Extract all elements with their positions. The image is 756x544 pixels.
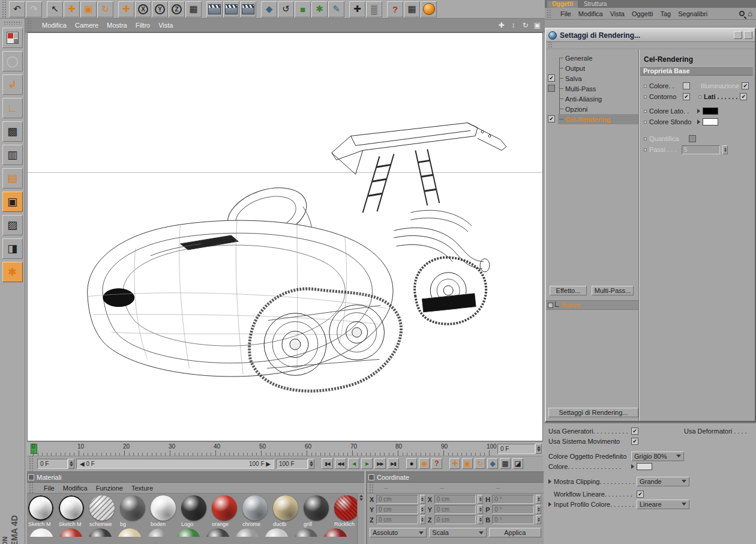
viewport-menu-camere[interactable]: Camere bbox=[75, 22, 98, 29]
expand-arrow-icon[interactable] bbox=[697, 109, 700, 113]
end-frame-value[interactable]: 100 F bbox=[276, 459, 308, 469]
texture-mode[interactable]: ◨ bbox=[2, 238, 23, 259]
autokey-button[interactable]: ◉ bbox=[419, 458, 430, 469]
stepper-icon[interactable] bbox=[478, 515, 483, 524]
salva-checkbox[interactable]: ✔ bbox=[548, 74, 555, 82]
expand-arrow-icon[interactable] bbox=[548, 479, 551, 484]
add-primitive-cube[interactable]: ◆ bbox=[261, 1, 277, 17]
current-frame-spinner[interactable]: 0 F bbox=[37, 459, 74, 469]
tree-item-antialiasing[interactable]: Anti-Aliasing bbox=[558, 94, 638, 104]
material-preview[interactable] bbox=[273, 495, 298, 521]
tree-item-multipass[interactable]: Multi-Pass bbox=[558, 83, 638, 94]
rotate-view-icon[interactable]: ↻ bbox=[520, 20, 530, 31]
material-preview[interactable] bbox=[120, 495, 145, 521]
stepper-icon[interactable] bbox=[420, 515, 425, 524]
material-preview[interactable] bbox=[294, 528, 318, 537]
material-item[interactable]: scheinwe bbox=[89, 495, 118, 527]
lock-x-axis[interactable]: X bbox=[135, 1, 151, 17]
size-x-field[interactable]: 0 cm bbox=[434, 495, 476, 504]
drag-handle[interactable] bbox=[546, 8, 551, 19]
material-item[interactable]: Logo bbox=[181, 495, 210, 527]
home-icon[interactable]: ⌂ bbox=[748, 9, 752, 18]
record-parameter-toggle[interactable]: ◆ bbox=[487, 458, 498, 469]
model-mode[interactable]: ▥ bbox=[2, 145, 23, 165]
position-x-field[interactable]: 0 cm bbox=[376, 495, 418, 504]
scale-tool[interactable]: ▣ bbox=[80, 1, 97, 17]
frame-spinner[interactable]: 0 F bbox=[497, 444, 542, 454]
material-preview[interactable] bbox=[235, 528, 259, 537]
lock-z-axis[interactable]: Z bbox=[169, 1, 185, 17]
pan-view-icon[interactable]: ✚ bbox=[496, 20, 506, 31]
quantifica-checkbox[interactable] bbox=[689, 135, 696, 142]
rotation-p-field[interactable]: 0 ° bbox=[492, 505, 534, 514]
passi-field[interactable]: 5 bbox=[682, 145, 720, 154]
redo-icon[interactable]: ↷ bbox=[26, 1, 42, 17]
close-button[interactable] bbox=[744, 31, 752, 39]
menu-segnalibri[interactable]: Segnalibri bbox=[678, 10, 707, 17]
effetto-button[interactable]: Effetto... bbox=[550, 286, 587, 295]
current-frame-value[interactable]: 0 F bbox=[37, 459, 68, 469]
deformer-menu[interactable]: ↺ bbox=[278, 1, 294, 17]
material-preview[interactable] bbox=[59, 495, 84, 521]
material-preview[interactable] bbox=[212, 495, 237, 521]
drag-handle[interactable] bbox=[547, 42, 552, 49]
material-preview[interactable] bbox=[29, 528, 53, 537]
stepper-icon[interactable] bbox=[308, 459, 314, 469]
prev-frame-button[interactable]: ◀ bbox=[348, 458, 359, 469]
end-frame-spinner[interactable]: 100 F bbox=[276, 459, 314, 469]
stepper-icon[interactable] bbox=[68, 459, 74, 469]
menu-tag[interactable]: Tag bbox=[660, 10, 671, 17]
goto-start-button[interactable]: ▮◀ bbox=[322, 458, 333, 469]
3d-viewport[interactable] bbox=[27, 32, 543, 441]
material-item[interactable]: grill bbox=[304, 495, 332, 527]
materials-menu-file[interactable]: File bbox=[44, 485, 55, 492]
drag-handle[interactable] bbox=[26, 19, 31, 32]
material-preview[interactable] bbox=[323, 528, 347, 537]
expand-arrow-icon[interactable] bbox=[697, 119, 700, 124]
drag-handle[interactable] bbox=[28, 483, 33, 493]
uv-mode[interactable]: ▨ bbox=[2, 215, 23, 235]
expand-icon[interactable] bbox=[548, 303, 553, 308]
timeline-ruler[interactable]: 0 10 20 30 40 50 60 70 80 90 100 bbox=[27, 442, 496, 456]
size-z-field[interactable]: 0 cm bbox=[434, 515, 476, 524]
structure-manager[interactable]: ▦ bbox=[404, 1, 420, 17]
menu-modifica[interactable]: Modifica bbox=[578, 10, 603, 17]
tag-menu[interactable]: ✎ bbox=[328, 1, 344, 17]
render-view[interactable] bbox=[206, 1, 223, 17]
tree-item-opzioni[interactable]: Opzioni bbox=[558, 104, 638, 114]
colore-checkbox[interactable] bbox=[683, 82, 690, 89]
material-preview[interactable] bbox=[304, 495, 329, 521]
tree-item-cel-rendering[interactable]: Cel-Rendering bbox=[558, 114, 638, 124]
stepper-icon[interactable] bbox=[420, 505, 425, 514]
move-tool[interactable]: ✚ bbox=[64, 1, 80, 17]
stepper-icon[interactable] bbox=[722, 145, 728, 154]
play-button[interactable]: ▶ bbox=[361, 458, 373, 469]
color-manager[interactable] bbox=[2, 28, 23, 48]
next-key-button[interactable]: ▶▶ bbox=[374, 458, 386, 469]
stepper-icon[interactable] bbox=[536, 495, 541, 504]
lock-y-axis[interactable]: Y bbox=[152, 1, 168, 17]
tab-oggetti[interactable]: Oggetti bbox=[547, 1, 578, 8]
goto-end-button[interactable]: ▶▮ bbox=[388, 458, 399, 469]
render-region[interactable] bbox=[223, 1, 239, 17]
modeling-axis-tool[interactable]: ✚ bbox=[118, 1, 134, 17]
animation-help-button[interactable]: ? bbox=[431, 458, 442, 469]
usa-sistema-movimento-checkbox[interactable]: ✔ bbox=[631, 438, 638, 445]
contorno-checkbox[interactable]: ✔ bbox=[683, 93, 690, 100]
drag-handle[interactable] bbox=[28, 456, 33, 471]
workflow-lineare-checkbox[interactable]: ✔ bbox=[637, 491, 644, 498]
snap-settings[interactable]: ✚ bbox=[349, 1, 365, 17]
browser-globe[interactable] bbox=[421, 1, 437, 17]
stepper-icon[interactable] bbox=[535, 444, 542, 454]
input-profilo-dropdown[interactable]: Lineare bbox=[637, 500, 689, 509]
material-preview[interactable] bbox=[176, 528, 200, 537]
viewport-menu-filtro[interactable]: Filtro bbox=[136, 22, 150, 29]
scale-mode-dropdown[interactable]: Scala bbox=[429, 528, 486, 537]
expand-arrow-icon[interactable] bbox=[631, 464, 634, 469]
rotate-tool[interactable]: ↻ bbox=[97, 1, 113, 17]
material-preview[interactable] bbox=[206, 528, 230, 537]
array-object-menu[interactable]: ✱ bbox=[311, 1, 328, 17]
material-preview[interactable] bbox=[242, 495, 268, 521]
dialog-titlebar[interactable]: Settaggi di Rendering... bbox=[546, 29, 755, 42]
material-preview[interactable] bbox=[334, 495, 359, 521]
